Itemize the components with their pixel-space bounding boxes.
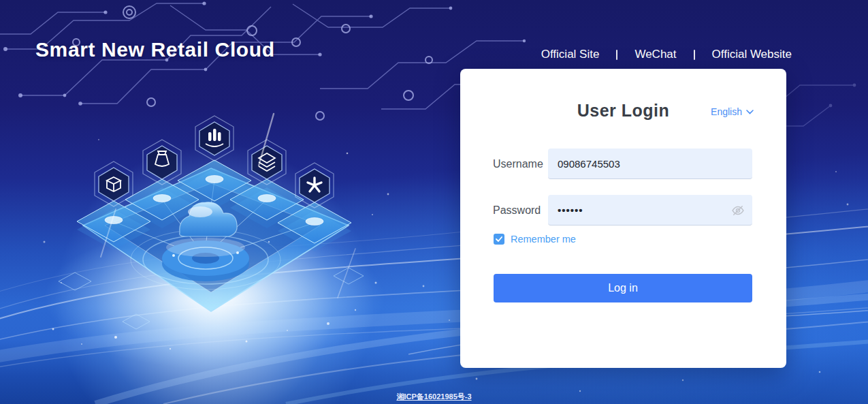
- check-icon: [496, 236, 502, 242]
- language-label: English: [711, 106, 742, 117]
- brand-title: Smart New Retail Cloud: [35, 38, 275, 61]
- username-input-wrap: [548, 149, 752, 179]
- chevron-down-icon: [746, 110, 754, 114]
- username-row: Username: [493, 149, 752, 179]
- password-row: Password: [493, 195, 752, 226]
- password-input-wrap: [548, 195, 752, 226]
- password-input[interactable]: [548, 195, 752, 226]
- password-label: Password: [493, 204, 543, 217]
- cloud-platform-illustration: [34, 112, 402, 378]
- nav-separator: [694, 50, 695, 60]
- remember-checkbox[interactable]: [494, 234, 504, 245]
- username-input[interactable]: [548, 149, 752, 179]
- language-selector[interactable]: English: [711, 106, 754, 117]
- icp-license-link[interactable]: 湘ICP备16021985号-3: [396, 392, 471, 402]
- nav-link-official-website[interactable]: Official Website: [712, 48, 792, 61]
- remember-me[interactable]: Remember me: [494, 234, 576, 245]
- login-button[interactable]: Log in: [494, 274, 752, 302]
- nav-link-wechat[interactable]: WeChat: [634, 48, 676, 61]
- eye-off-icon[interactable]: [730, 203, 745, 218]
- nav-link-official-site[interactable]: Official Site: [541, 48, 600, 61]
- login-card: User Login English Username Password: [460, 69, 786, 368]
- username-label: Username: [493, 158, 543, 170]
- nav-separator: [616, 50, 617, 60]
- remember-label[interactable]: Remember me: [511, 234, 576, 245]
- top-nav: Official Site WeChat Official Website: [541, 48, 792, 61]
